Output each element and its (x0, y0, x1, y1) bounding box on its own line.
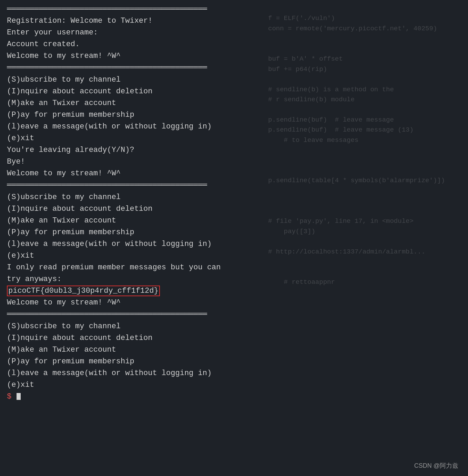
terminal-line: (P)ay for premium membership (7, 227, 461, 238)
flag-line: picoCTF{d0ubl3_j30p4rdy_cff1f12d} (7, 285, 461, 297)
terminal-line: Bye! (7, 156, 461, 168)
terminal-line: try anyways: (7, 273, 461, 285)
flag-value: picoCTF{d0ubl3_j30p4rdy_cff1f12d} (7, 286, 160, 296)
terminal-separator: ════════════════════════════════════════… (7, 3, 461, 15)
terminal-line: You're leaving already(Y/N)? (7, 144, 461, 156)
terminal-line: I only read premium member messages but … (7, 262, 461, 273)
terminal-line: (S)ubscribe to my channel (7, 74, 461, 86)
terminal-line: (P)ay for premium membership (7, 109, 461, 121)
terminal-cursor (17, 393, 21, 400)
terminal-prompt: $ (7, 391, 461, 403)
terminal-line: (l)eave a message(with or without loggin… (7, 368, 461, 379)
terminal-line: (l)eave a message(with or without loggin… (7, 238, 461, 250)
terminal-line: (S)ubscribe to my channel (7, 321, 461, 332)
terminal-window: f = ELF('./vuln') conn = remote('mercury… (0, 0, 468, 476)
terminal-line: (I)nquire about account deletion (7, 203, 461, 215)
terminal-line: (l)eave a message(with or without loggin… (7, 121, 461, 133)
terminal-separator: ════════════════════════════════════════… (7, 62, 461, 74)
terminal-line: Welcome to my stream! ^W^ (7, 297, 461, 309)
terminal-line: (I)nquire about account deletion (7, 86, 461, 97)
prompt-dollar-sign: $ (7, 392, 16, 401)
terminal-line: Welcome to my stream! ^W^ (7, 168, 461, 179)
terminal-line: (S)ubscribe to my channel (7, 192, 461, 203)
terminal-line: (e)xit (7, 133, 461, 144)
terminal-line: Welcome to my stream! ^W^ (7, 50, 461, 62)
terminal-line: Registration: Welcome to Twixer! (7, 15, 461, 27)
terminal-line: (e)xit (7, 379, 461, 391)
terminal-line: Enter your username: (7, 27, 461, 39)
terminal-line: Account created. (7, 39, 461, 50)
terminal-line: (P)ay for premium membership (7, 356, 461, 368)
terminal-line: (M)ake an Twixer account (7, 97, 461, 109)
terminal-separator: ════════════════════════════════════════… (7, 309, 461, 320)
terminal-line: (I)nquire about account deletion (7, 332, 461, 344)
terminal-line: (M)ake an Twixer account (7, 215, 461, 227)
terminal-line: (e)xit (7, 250, 461, 262)
terminal-line: (M)ake an Twixer account (7, 344, 461, 356)
terminal-separator: ════════════════════════════════════════… (7, 179, 461, 191)
terminal-output: ════════════════════════════════════════… (7, 3, 461, 403)
watermark-label: CSDN @阿力兹 (414, 462, 458, 470)
